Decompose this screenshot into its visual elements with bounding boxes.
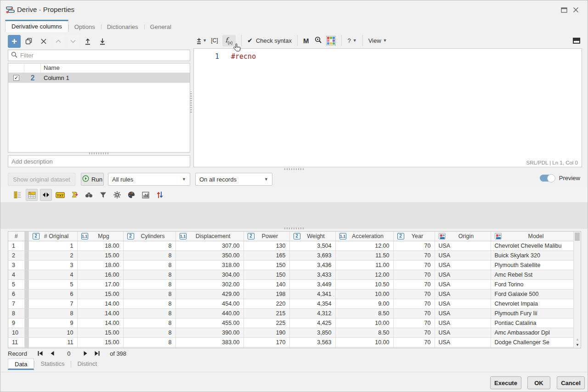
table-row[interactable]: 4416.008304.001503,43312.0070USAAmc Rebe… — [8, 270, 574, 279]
column-enabled-checkbox[interactable]: ✓ — [13, 75, 19, 81]
table-row[interactable]: 7714.008454.002204,3549.0070USAChevrolet… — [8, 299, 574, 308]
table-row[interactable]: 5517.008302.001403,44910.5070USAFord Tor… — [8, 279, 574, 289]
row-view-icon[interactable] — [11, 189, 23, 201]
decimal-type-icon: 1.1 — [180, 233, 187, 239]
list-resize-handle[interactable] — [89, 153, 109, 154]
chart-icon[interactable] — [140, 189, 152, 201]
table-cell: Plymouth Fury Iii — [491, 308, 574, 318]
table-cell: 429.00 — [175, 289, 243, 299]
close-icon[interactable] — [573, 6, 581, 14]
column-header-origin[interactable]: Origin — [435, 232, 491, 241]
show-original-dataset-button[interactable]: Show original dataset — [8, 173, 75, 186]
sort-icon[interactable] — [154, 189, 166, 201]
column-header-model[interactable]: Model — [491, 232, 574, 241]
column-header-acceleration[interactable]: 1.1Acceleration — [335, 232, 393, 241]
table-cell: 3,433 — [289, 270, 335, 279]
panel-resize-handle[interactable] — [190, 91, 192, 113]
table-row[interactable]: 101015.008390.001903,8508.5070USAAmc Amb… — [8, 328, 574, 337]
table-row[interactable]: 1118.008307.001303,50412.0070USAChevrole… — [8, 241, 574, 250]
tab-data[interactable]: Data — [8, 358, 34, 370]
move-down-button[interactable] — [67, 35, 79, 48]
table-cell: Ford Torino — [491, 279, 574, 289]
table-cell: USA — [435, 318, 491, 328]
fit-columns-icon[interactable] — [40, 189, 52, 201]
column-header-power[interactable]: 2Power — [243, 232, 289, 241]
color-palette-icon[interactable] — [326, 36, 336, 45]
tab-dictionaries[interactable]: Dictionaries — [101, 20, 144, 32]
records-select[interactable]: On all records▼ — [195, 173, 272, 186]
rules-select[interactable]: All rules▼ — [108, 173, 190, 186]
upload-button[interactable] — [81, 35, 94, 48]
check-syntax-button[interactable]: ✔ Check syntax — [247, 37, 292, 44]
move-up-button[interactable] — [52, 35, 65, 48]
first-record-icon[interactable] — [34, 350, 46, 357]
last-record-icon[interactable] — [91, 350, 103, 357]
cancel-button[interactable]: Cancel — [557, 376, 585, 389]
column-header-mpg[interactable]: 1.1Mpg — [77, 232, 123, 241]
execute-button[interactable]: Execute — [490, 376, 521, 389]
export-icon[interactable] — [68, 189, 80, 201]
table-row[interactable]: 8814.008440.002154,3128.5070USAPlymouth … — [8, 308, 574, 318]
table-row[interactable]: 9914.008455.002254,42510.0070USAPontiac … — [8, 318, 574, 328]
macro-button[interactable]: M — [303, 37, 309, 45]
table-row[interactable]: 6615.008429.001984,34110.0070USAFord Gal… — [8, 289, 574, 299]
download-button[interactable] — [96, 35, 109, 48]
column-header-cylinders[interactable]: 2Cylinders — [123, 232, 175, 241]
table-row[interactable]: 111115.008383.001703,56310.0070USADodge … — [8, 337, 574, 347]
tab-derivative-columns[interactable]: Derivative columns — [5, 20, 68, 32]
maximize-icon[interactable] — [561, 6, 569, 14]
column-header-original[interactable]: 2# Original — [28, 232, 77, 241]
run-button[interactable]: Run — [81, 173, 104, 186]
expand-editor-icon[interactable] — [573, 38, 580, 44]
table-cell: 8 — [123, 337, 175, 347]
scroll-down-icon[interactable]: ▼ — [576, 343, 579, 347]
tab-distinct[interactable]: Distinct — [71, 358, 103, 370]
add-column-button[interactable]: + — [8, 35, 21, 48]
previous-record-icon[interactable] — [46, 350, 58, 357]
txt-format-icon[interactable]: TXT — [54, 189, 66, 201]
filter-input[interactable] — [20, 52, 187, 59]
ok-button[interactable]: OK — [527, 376, 550, 389]
tab-options[interactable]: Options — [68, 20, 101, 32]
colors-icon[interactable] — [125, 189, 137, 201]
column-header-weight[interactable]: 2Weight — [289, 232, 335, 241]
scrollbar-thumb[interactable] — [575, 233, 580, 241]
insert-operator-button[interactable]: ±▼ — [197, 37, 207, 44]
preview-toggle[interactable] — [540, 175, 555, 182]
code-editor[interactable]: 1 #recno SRL/PDL | Ln 1, Col 0 — [193, 48, 582, 167]
view-menu-button[interactable]: View▼ — [368, 37, 387, 44]
table-cell: 15.00 — [77, 289, 123, 299]
table-cell: 390.00 — [175, 328, 243, 337]
record-number[interactable]: 0 — [58, 350, 79, 357]
tab-statistics[interactable]: Statistics — [34, 358, 71, 370]
table-cell: Chevrolet Impala — [491, 299, 574, 308]
column-list-item[interactable]: ✓ 2 Column 1 — [8, 73, 190, 83]
vertical-scrollbar[interactable]: ▲ ▼ — [573, 232, 581, 348]
table-cell: Dodge Challenger Se — [491, 337, 574, 347]
column-name: Column 1 — [41, 74, 190, 81]
duplicate-column-button[interactable] — [23, 35, 35, 48]
preview-empty-area — [0, 202, 588, 229]
column-header-[interactable]: # — [8, 232, 24, 241]
editor-resize-handle[interactable] — [284, 168, 305, 170]
table-row[interactable]: 3318.008318.001503,43611.0070USAPlymouth… — [8, 260, 574, 270]
table-cell: 10 — [28, 328, 77, 337]
table-cell: 9 — [8, 318, 24, 328]
column-reference-button[interactable]: [C] — [211, 37, 218, 44]
table-row[interactable]: 2215.008350.001653,69311.5070USABuick Sk… — [8, 250, 574, 260]
table-view-icon[interactable]: T.. — [26, 189, 38, 201]
column-header-displacement[interactable]: 1.1Displacement — [175, 232, 243, 241]
settings-icon[interactable] — [111, 189, 123, 201]
zoom-icon[interactable] — [315, 36, 322, 45]
help-button[interactable]: ?▼ — [347, 37, 356, 44]
table-resize-handle[interactable] — [284, 227, 305, 229]
delete-column-button[interactable] — [37, 35, 50, 48]
tab-general[interactable]: General — [144, 20, 177, 32]
next-record-icon[interactable] — [79, 350, 91, 357]
filter-icon[interactable] — [97, 189, 109, 201]
table-cell: 8 — [123, 241, 175, 250]
scroll-up-icon[interactable]: ▲ — [576, 337, 579, 341]
column-header-year[interactable]: 2Year — [393, 232, 435, 241]
description-input[interactable] — [8, 155, 190, 167]
find-icon[interactable] — [83, 189, 95, 201]
